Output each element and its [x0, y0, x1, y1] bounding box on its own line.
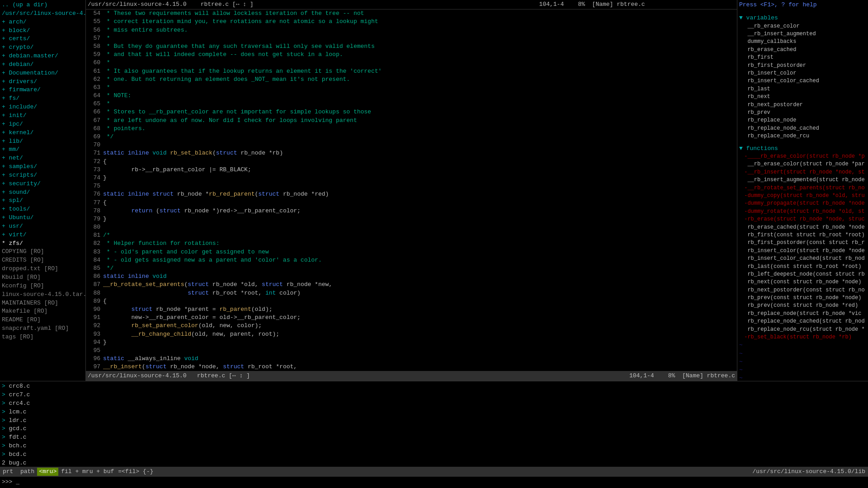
tagbar-fn-5: -__rb_rotate_set_parents(struct rb_no [739, 184, 866, 192]
file-tree-fs[interactable]: + fs/ [2, 94, 84, 103]
file-tree-net[interactable]: + net/ [2, 154, 84, 163]
tagbar-tilde-4: ~ [739, 366, 866, 374]
file-tree-makefile[interactable]: Makefile [RO] [2, 307, 84, 316]
file-tree-security[interactable]: + security/ [2, 180, 84, 188]
terminal-line-gcd: > gcd.c [2, 425, 866, 433]
tagbar-var-11: rb_next_postorder [739, 101, 866, 109]
file-tree-dropped[interactable]: dropped.txt [RO] [2, 265, 84, 273]
tagbar-tilde-5: ~ [739, 374, 866, 381]
file-tree-linux-source[interactable]: linux-source-4.15.0.tar.bz2 [ [2, 291, 84, 299]
tagbar-fn-14: rb_insert_color_cached(struct rb_nod [739, 255, 866, 263]
terminal-line-ldr: > ldr.c [2, 417, 866, 425]
file-tree-debian-master[interactable]: + debian.master/ [2, 52, 84, 61]
terminal-line-crc4: > crc4.c [2, 399, 866, 408]
file-tree-mm[interactable]: + mm/ [2, 145, 84, 154]
file-tree-zfs[interactable]: * zfs/ [2, 239, 84, 248]
tagbar-fn-15: rb_last(const struct rb_root *root) [739, 263, 866, 271]
code-line-61: 61 * It also guarantees that if the look… [86, 67, 737, 75]
file-tree-ipc[interactable]: + ipc/ [2, 120, 84, 129]
file-tree-tools[interactable]: + tools/ [2, 205, 84, 214]
file-tree-kbuild[interactable]: Kbuild [RO] [2, 273, 84, 282]
file-tree-init[interactable]: + init/ [2, 112, 84, 120]
tagbar-var-12: rb_prev [739, 109, 866, 117]
code-line-55: 55 * correct iteration mind you, tree ro… [86, 18, 737, 26]
file-tree-scripts[interactable]: + scripts/ [2, 171, 84, 180]
code-line-80: 80 [86, 223, 737, 231]
tagbar-fn-19: rb_prev(const struct rb_node *node) [739, 294, 866, 302]
file-tree-maintainers[interactable]: MAINTAINERS [RO] [2, 299, 84, 308]
mru-selector[interactable]: <mru> [37, 468, 58, 476]
status-path: /usr/src/linux-source-4.15.0 [88, 1, 186, 8]
code-line-88: 88 struct rb_root *root, int color) [86, 289, 737, 297]
file-tree-lib[interactable]: + lib/ [2, 137, 84, 146]
code-line-59: 59 * and that it will indeed complete --… [86, 51, 737, 59]
file-tree-usr[interactable]: + usr/ [2, 222, 84, 231]
tagbar-var-9: rb_last [739, 85, 866, 93]
file-tree-readme[interactable]: README [RO] [2, 316, 84, 324]
tagbar-var-1: __rb_erase_color [739, 23, 866, 30]
tagbar-functions-section: ▼ functions [739, 144, 866, 153]
code-line-68: 68 * pointers. [86, 125, 737, 133]
tagbar-fn-3: -__rb_insert(struct rb_node *node, st [739, 169, 866, 176]
terminal-line-fdt: > fdt.c [2, 433, 866, 442]
code-line-66: 66 * Stores to __rb_parent_color are not… [86, 108, 737, 116]
code-editor: /usr/src/linux-source-4.15.0 rbtree.c [↔… [86, 0, 737, 381]
code-line-84: 84 * - old gets assigned new as a parent… [86, 256, 737, 264]
file-tree-path: /usr/src/linux-source-4.15.0/ [2, 9, 84, 18]
file-tree-snapcraft[interactable]: snapcraft.yaml [RO] [2, 324, 84, 333]
file-tree-virt[interactable]: + virt/ [2, 231, 84, 239]
tagbar-var-3: dummy_callbacks [739, 38, 866, 46]
file-tree-include[interactable]: + include/ [2, 103, 84, 112]
code-line-96: 96 static __always_inline void [86, 355, 737, 363]
code-line-73: 73 rb->__rb_parent_color |= RB_BLACK; [86, 166, 737, 174]
code-line-60: 60 * [86, 59, 737, 67]
file-tree-debian[interactable]: + debian/ [2, 61, 84, 69]
file-tree-copying[interactable]: COPYING [RO] [2, 248, 84, 256]
bottom-bar-left: prt path <mru> fil + mru + buf =<fil> {-… [3, 468, 155, 476]
tagbar-fn-2: __rb_erase_color(struct rb_node *par [739, 160, 866, 168]
code-line-91: 91 new->__rb_parent_color = old->__rb_pa… [86, 314, 737, 322]
terminal-line-bug: 2 bug.c [2, 459, 866, 467]
terminal-line-bch: > bch.c [2, 442, 866, 450]
tagbar-fn-10: rb_erase_cached(struct rb_node *node [739, 224, 866, 231]
code-line-72: 72 { [86, 158, 737, 166]
code-line-57: 57 * [86, 34, 737, 42]
tagbar-var-8: rb_insert_color_cached [739, 77, 866, 85]
terminal-line-lcm: > lcm.c [2, 408, 866, 417]
file-tree-credits[interactable]: CREDITS [RO] [2, 256, 84, 265]
terminal-line-crc7: > crc7.c [2, 391, 866, 399]
code-line-65: 65 * [86, 100, 737, 108]
tagbar-var-14: rb_replace_node_cached [739, 125, 866, 132]
tagbar-tilde-1: ~ [739, 341, 866, 349]
file-tree-spl[interactable]: + spl/ [2, 197, 84, 205]
file-tree-firmware[interactable]: + firmware/ [2, 86, 84, 94]
file-tree-up[interactable]: .. (up a dir) [2, 1, 84, 9]
file-tree-sound[interactable]: + sound/ [2, 188, 84, 197]
status-file: rbtree.c [↔ ↕ ] [201, 1, 254, 8]
tagbar-var-7: rb_insert_color [739, 70, 866, 77]
code-line-89: 89 { [86, 297, 737, 305]
tagbar-fn-7: -dummy_propagate(struct rb_node *node [739, 200, 866, 207]
code-line-97: 97 __rb_insert(struct rb_node *node, str… [86, 363, 737, 371]
code-line-76: 76 static inline struct rb_node *rb_red_… [86, 190, 737, 198]
code-line-94: 94 } [86, 338, 737, 347]
file-tree-samples[interactable]: + samples/ [2, 163, 84, 171]
file-tree-documentation[interactable]: + Documentation/ [2, 69, 84, 78]
tagbar-var-6: rb_first_postorder [739, 62, 866, 70]
file-tree-crypto[interactable]: + crypto/ [2, 43, 84, 52]
code-line-92: 92 rb_set_parent_color(old, new, color); [86, 322, 737, 330]
file-tree-tags[interactable]: tags [RO] [2, 333, 84, 342]
code-line-79: 79 } [86, 215, 737, 223]
file-tree-drivers[interactable]: + drivers/ [2, 78, 84, 86]
file-tree-kconfig[interactable]: Kconfig [RO] [2, 282, 84, 291]
file-tree-arch[interactable]: + arch/ [2, 18, 84, 27]
editor-status-bar: /usr/src/linux-source-4.15.0 rbtree.c [↔… [86, 371, 737, 381]
file-tree-block[interactable]: + block/ [2, 27, 84, 35]
file-tree-kernel[interactable]: + kernel/ [2, 129, 84, 137]
file-tree-ubuntu[interactable]: + Ubuntu/ [2, 214, 84, 222]
code-line-63: 63 * [86, 84, 737, 92]
tagbar-var-4: rb_erase_cached [739, 46, 866, 54]
code-line-54: 54 * These two requirements will allow l… [86, 9, 737, 18]
tagbar-var-5: rb_first [739, 54, 866, 61]
file-tree-certs[interactable]: + certs/ [2, 35, 84, 43]
